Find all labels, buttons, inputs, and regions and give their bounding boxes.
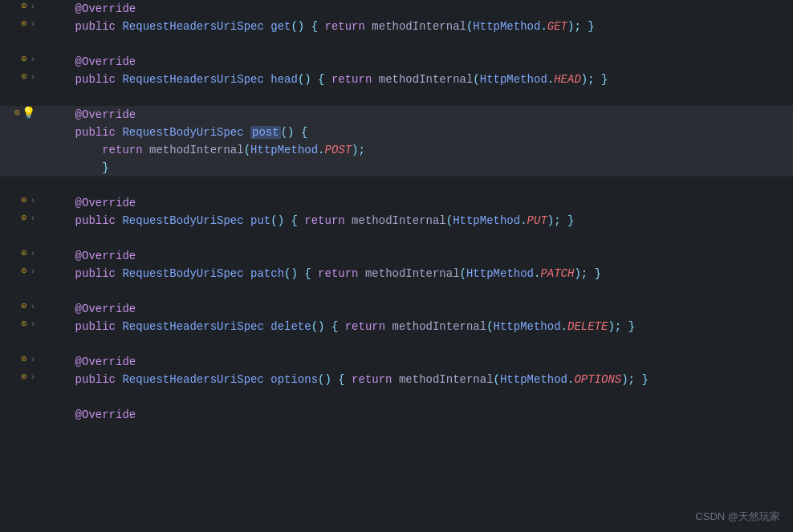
token: POST: [325, 144, 352, 156]
token: HttpMethod: [466, 267, 534, 280]
highlighted-method: post: [250, 126, 281, 139]
token: ;: [574, 20, 580, 33]
code-line: }: [0, 159, 793, 177]
code-line: @Override: [0, 406, 793, 424]
gutter: ⊙ ›: [0, 71, 42, 83]
token: @Override: [75, 250, 136, 262]
empty-line: [0, 335, 793, 353]
token: @Override: [75, 2, 136, 15]
override-icon: ⊙: [21, 18, 26, 30]
token: RequestHeadersUriSpec: [122, 73, 263, 86]
override-icon: ⊙: [21, 300, 26, 312]
empty-line: [0, 282, 793, 300]
code-content: @Override: [42, 247, 793, 265]
gutter: ⊙ 💡: [0, 106, 42, 120]
token: put: [244, 214, 271, 227]
code-line: ⊙ › @Override: [0, 300, 793, 318]
code-content: public RequestHeadersUriSpec get() { ret…: [42, 18, 793, 35]
gutter: ⊙ ›: [0, 353, 42, 365]
token: ;: [359, 144, 365, 156]
token: @Override: [75, 55, 136, 68]
token: methodInternal: [143, 144, 244, 156]
token: OPTIONS: [574, 373, 621, 386]
code-content: public RequestHeadersUriSpec options() {…: [42, 371, 793, 388]
gutter: ⊙ ›: [0, 0, 42, 12]
arrow-icon: ›: [30, 196, 35, 205]
code-content: public RequestHeadersUriSpec head() { re…: [42, 71, 793, 88]
token: public: [75, 73, 123, 86]
arrow-icon: ›: [30, 213, 35, 223]
token: methodInternal: [359, 267, 460, 280]
token: public: [75, 267, 123, 280]
token: [621, 320, 628, 333]
code-content: @Override: [42, 53, 793, 71]
token: return: [102, 144, 142, 156]
token: ;: [554, 214, 560, 227]
token: [338, 320, 344, 333]
token: RequestBodyUriSpec: [122, 267, 243, 280]
token: @Override: [75, 355, 136, 368]
token: options: [264, 373, 318, 386]
token: }: [595, 267, 601, 280]
code-line: ⊙ › @Override: [0, 0, 793, 18]
token: {: [318, 73, 324, 86]
token: ;: [588, 73, 594, 86]
empty-line: [0, 388, 793, 406]
token: methodInternal: [365, 20, 466, 33]
gutter: ⊙ ›: [0, 212, 42, 224]
token: }: [641, 373, 648, 386]
override-icon: ⊙: [21, 212, 26, 224]
token: ): [608, 320, 614, 333]
token: methodInternal: [385, 320, 486, 333]
token: return: [318, 267, 358, 280]
token: methodInternal: [372, 73, 473, 86]
token: public: [75, 320, 123, 333]
gutter: ⊙ ›: [0, 300, 42, 312]
code-line: ⊙ 💡 @Override: [0, 106, 793, 124]
token: GET: [547, 20, 567, 33]
token: .: [547, 73, 554, 86]
token: (): [291, 20, 304, 33]
code-line: ⊙ › @Override: [0, 353, 793, 371]
bulb-icon[interactable]: 💡: [22, 106, 35, 120]
token: [324, 320, 331, 333]
token: ): [581, 73, 588, 86]
token: RequestHeadersUriSpec: [122, 320, 263, 333]
code-content: public RequestBodyUriSpec put() { return…: [42, 212, 793, 229]
token: return: [325, 20, 365, 33]
code-line: ⊙ › @Override: [0, 247, 793, 265]
token: {: [338, 373, 344, 386]
code-line: ⊙ › public RequestHeadersUriSpec options…: [0, 371, 793, 388]
token: methodInternal: [345, 214, 446, 227]
token: (): [281, 126, 295, 139]
token: HttpMethod: [473, 20, 540, 33]
watermark: CSDN @天然玩家: [695, 510, 780, 524]
token: return: [345, 320, 385, 333]
token: ): [621, 373, 628, 386]
token: get: [264, 20, 291, 33]
arrow-icon: ›: [30, 372, 35, 382]
token: (): [284, 267, 298, 280]
token: [345, 373, 352, 386]
override-icon: ⊙: [21, 194, 26, 206]
token: [244, 126, 250, 139]
override-icon: ⊙: [21, 53, 26, 65]
token: ;: [615, 320, 621, 333]
gutter: ⊙ ›: [0, 265, 42, 277]
token: (: [446, 214, 453, 227]
code-content: @Override: [42, 300, 793, 318]
token: return: [304, 214, 344, 227]
token: RequestHeadersUriSpec: [122, 373, 263, 386]
empty-line: [0, 229, 793, 247]
token: (): [311, 320, 325, 333]
token: (): [270, 214, 284, 227]
token: (: [494, 373, 500, 386]
token: [311, 73, 318, 86]
token: (: [473, 73, 479, 86]
token: }: [567, 214, 574, 227]
code-content: }: [42, 159, 793, 177]
token: return: [331, 73, 372, 86]
token: ;: [628, 373, 635, 386]
code-line: public RequestBodyUriSpec post() {: [0, 124, 793, 141]
token: HEAD: [554, 73, 581, 86]
